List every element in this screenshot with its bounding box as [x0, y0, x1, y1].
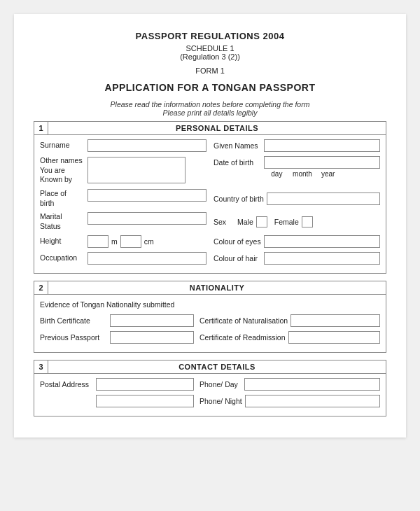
personal-details-body: Surname Given Names Other names You are	[34, 135, 386, 273]
schedule-line: SCHEDULE 1 (Regulation 3 (2))	[34, 44, 386, 61]
postal-address-label: Postal Address	[40, 380, 96, 388]
dob-day-label: day	[264, 170, 290, 178]
colour-of-eyes-label: Colour of eyes	[214, 237, 264, 246]
cert-readmission-input[interactable]	[288, 331, 380, 344]
instructions: Please read the information notes before…	[34, 100, 386, 117]
height-eyes-row: Height m cm Colour of eyes	[40, 235, 380, 248]
country-of-birth-input[interactable]	[267, 192, 380, 205]
contact-details-title: CONTACT DETAILS	[48, 360, 386, 373]
personal-details-title: PERSONAL DETAILS	[48, 122, 386, 134]
contact-details-header: 3 CONTACT DETAILS	[34, 360, 386, 374]
birth-cert-row: Birth Certificate Certificate of Natural…	[40, 314, 380, 327]
birth-cert-label: Birth Certificate	[40, 316, 110, 325]
surname-input[interactable]	[88, 139, 206, 152]
cert-nat-input[interactable]	[290, 314, 380, 327]
dob-label: Date of birth	[214, 158, 264, 167]
other-names-label: Other names	[40, 156, 83, 164]
section-3-num: 3	[34, 360, 48, 373]
marital-status-label: MaritalStatus	[40, 212, 62, 230]
section-1-num: 1	[34, 122, 48, 134]
postal-phone-day-row: Postal Address Phone/ Day	[40, 378, 380, 391]
contact-details-section: 3 CONTACT DETAILS Postal Address Phone/ …	[34, 360, 386, 416]
height-m-input[interactable]	[88, 235, 108, 248]
main-title: PASSPORT REGULATIONS 2004	[34, 31, 386, 41]
postal-address-input-2[interactable]	[96, 395, 194, 407]
occupation-input[interactable]	[88, 252, 206, 265]
application-title: APPLICATION FOR A TONGAN PASSPORT	[34, 82, 386, 93]
document-header: PASSPORT REGULATIONS 2004 SCHEDULE 1 (Re…	[34, 31, 386, 93]
contact-details-body: Postal Address Phone/ Day Phone/ Night	[34, 374, 386, 416]
given-names-input[interactable]	[264, 139, 380, 152]
nationality-body: Evidence of Tongan Nationality submitted…	[34, 295, 386, 352]
place-of-birth-input[interactable]	[88, 189, 206, 202]
height-m-unit: m	[111, 237, 118, 246]
height-cm-input[interactable]	[120, 235, 141, 248]
postal-address-input[interactable]	[96, 378, 194, 391]
colour-of-hair-input[interactable]	[264, 252, 380, 265]
phone-night-input[interactable]	[245, 395, 380, 407]
marital-sex-row: MaritalStatus Sex Male Female	[40, 212, 380, 231]
personal-details-header: 1 PERSONAL DETAILS	[34, 122, 386, 135]
nationality-title: NATIONALITY	[48, 281, 386, 294]
female-label: Female	[274, 218, 299, 226]
nationality-subtitle: Evidence of Tongan Nationality submitted	[40, 299, 380, 310]
personal-details-section: 1 PERSONAL DETAILS Surname Given Names	[34, 121, 386, 274]
surname-label: Surname	[40, 139, 88, 150]
colour-of-hair-label: Colour of hair	[214, 254, 264, 262]
cert-readmission-label: Certificate of Readmission	[194, 333, 288, 342]
prev-passport-row: Previous Passport Certificate of Readmis…	[40, 331, 380, 344]
postal2-phone-night-row: Phone/ Night	[40, 395, 380, 407]
nationality-header: 2 NATIONALITY	[34, 281, 386, 295]
page: PASSPORT REGULATIONS 2004 SCHEDULE 1 (Re…	[14, 14, 406, 438]
male-checkbox[interactable]	[256, 216, 267, 227]
male-label: Male	[237, 218, 253, 226]
dob-input[interactable]	[264, 156, 380, 169]
other-names-input[interactable]	[88, 157, 186, 183]
height-label: Height	[40, 235, 88, 246]
female-checkbox[interactable]	[302, 216, 313, 227]
prev-passport-input[interactable]	[110, 331, 194, 344]
surname-row: Surname Given Names	[40, 139, 380, 152]
nationality-section: 2 NATIONALITY Evidence of Tongan Nationa…	[34, 281, 386, 353]
occupation-hair-row: Occupation Colour of hair	[40, 252, 380, 265]
other-names-row: Other names You are Known by Date of bir…	[40, 156, 380, 185]
prev-passport-label: Previous Passport	[40, 333, 110, 342]
place-of-birth-label: Place ofbirth	[40, 189, 66, 207]
marital-status-input[interactable]	[88, 212, 206, 225]
phone-day-label: Phone/ Day	[194, 380, 244, 388]
cert-nat-label: Certificate of Naturalisation	[194, 316, 290, 325]
colour-of-eyes-input[interactable]	[264, 235, 380, 248]
birth-cert-input[interactable]	[110, 314, 194, 327]
height-cm-unit: cm	[144, 237, 154, 246]
phone-day-input[interactable]	[244, 378, 380, 391]
phone-night-label: Phone/ Night	[194, 397, 245, 405]
given-names-label: Given Names	[214, 141, 264, 150]
sex-label: Sex	[214, 218, 234, 226]
country-of-birth-label: Country of birth	[214, 195, 267, 203]
occupation-label: Occupation	[40, 252, 88, 263]
dob-month-label: month	[290, 170, 316, 178]
section-2-num: 2	[34, 281, 48, 294]
form-number: FORM 1	[34, 66, 386, 75]
birth-row: Place ofbirth Country of birth	[40, 189, 380, 208]
dob-year-label: year	[315, 170, 341, 178]
